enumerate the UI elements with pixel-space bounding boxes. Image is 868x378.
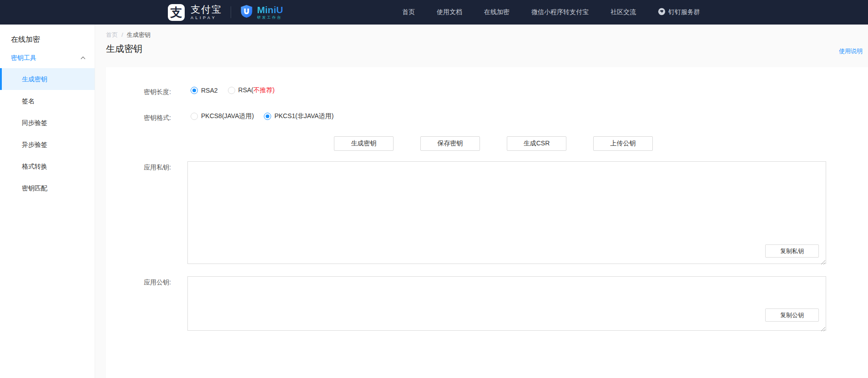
public-key-textarea[interactable]: [187, 276, 826, 331]
chevron-up-icon: [81, 57, 86, 61]
alipay-logo-icon: 支: [168, 4, 185, 21]
radio-label: RSA2: [201, 87, 218, 94]
private-key-textarea[interactable]: [187, 161, 826, 264]
copy-private-key-button[interactable]: 复制私钥: [765, 244, 819, 258]
generate-key-button[interactable]: 生成密钥: [334, 136, 394, 151]
radio-label: RSA(不推荐): [238, 86, 275, 94]
key-format-label: 密钥格式:: [144, 114, 171, 122]
sidebar-item-format-convert[interactable]: 格式转换: [0, 155, 95, 177]
radio-label: PKCS1(非JAVA适用): [274, 112, 333, 120]
brand-divider: [231, 6, 231, 18]
top-nav: 首页 使用文档 在线加密 微信小程序转支付宝 社区交流 钉钉服务群: [402, 8, 700, 17]
resize-grip-icon[interactable]: [820, 325, 825, 330]
nav-item-dingtalk-group[interactable]: 钉钉服务群: [658, 8, 700, 17]
breadcrumb-separator: /: [121, 31, 123, 38]
miniu-shield-icon: [240, 4, 253, 20]
radio-unselected-icon: [228, 87, 235, 94]
radio-label: PKCS8(JAVA适用): [201, 112, 254, 120]
resize-grip-icon[interactable]: [820, 258, 825, 263]
breadcrumb-current: 生成密钥: [127, 31, 151, 38]
form-card: 密钥长度: RSA2 RSA(不推荐) 密钥格式: PKCS8(JAVA适用) …: [106, 67, 868, 378]
public-key-field: 复制公钥: [187, 276, 826, 331]
breadcrumb-home[interactable]: 首页: [106, 31, 118, 38]
nav-item-docs[interactable]: 使用文档: [437, 8, 462, 16]
top-bar: 支 支付宝 ALIPAY MiniU 研: [0, 0, 868, 25]
sidebar-item-generate-key[interactable]: 生成密钥: [0, 68, 95, 90]
sidebar-group-key-tools[interactable]: 密钥工具: [0, 48, 95, 68]
radio-selected-icon: [191, 87, 198, 94]
generate-csr-button[interactable]: 生成CSR: [507, 136, 566, 151]
sidebar-item-sync-verify[interactable]: 同步验签: [0, 112, 95, 134]
page-title: 生成密钥: [106, 43, 142, 55]
action-button-row: 生成密钥 保存密钥 生成CSR 上传公钥: [334, 136, 653, 151]
not-recommended-warning: 不推荐): [253, 86, 275, 94]
key-format-radio-group: PKCS8(JAVA适用) PKCS1(非JAVA适用): [191, 112, 333, 120]
breadcrumb: 首页/生成密钥: [106, 31, 151, 39]
radio-unselected-icon: [191, 113, 198, 120]
brand-logos: 支 支付宝 ALIPAY MiniU 研: [168, 4, 283, 21]
miniu-brand-name: MiniU: [257, 5, 283, 15]
sidebar-item-key-match[interactable]: 密钥匹配: [0, 177, 95, 199]
sidebar: 在线加密 密钥工具 生成密钥 签名 同步验签 异步验签 格式转换 密钥匹配: [0, 25, 95, 378]
alipay-brand-name: 支付宝: [191, 5, 222, 14]
private-key-field: 复制私钥: [187, 161, 826, 264]
usage-help-link[interactable]: 使用说明: [839, 47, 863, 55]
sidebar-title: 在线加密: [0, 31, 95, 48]
main-area: 首页/生成密钥 生成密钥 使用说明 密钥长度: RSA2 RSA(不推荐) 密钥…: [96, 25, 868, 378]
private-key-label: 应用私钥:: [144, 164, 171, 172]
miniu-brand-sub: 研发工作台: [257, 16, 283, 20]
nav-item-home[interactable]: 首页: [402, 8, 415, 16]
radio-pkcs1[interactable]: PKCS1(非JAVA适用): [264, 112, 333, 120]
nav-item-label: 钉钉服务群: [668, 8, 700, 16]
public-key-label: 应用公钥:: [144, 279, 171, 287]
save-key-button[interactable]: 保存密钥: [420, 136, 480, 151]
radio-selected-icon: [264, 113, 271, 120]
upload-public-key-button[interactable]: 上传公钥: [593, 136, 653, 151]
dingtalk-icon: [658, 8, 666, 17]
radio-rsa2[interactable]: RSA2: [191, 87, 218, 94]
nav-item-community[interactable]: 社区交流: [611, 8, 636, 16]
copy-public-key-button[interactable]: 复制公钥: [765, 308, 819, 322]
radio-rsa[interactable]: RSA(不推荐): [228, 86, 275, 94]
sidebar-group-label: 密钥工具: [11, 54, 36, 62]
sidebar-item-async-verify[interactable]: 异步验签: [0, 134, 95, 155]
sidebar-item-sign[interactable]: 签名: [0, 90, 95, 112]
nav-item-wechat-to-alipay[interactable]: 微信小程序转支付宝: [531, 8, 589, 16]
key-length-radio-group: RSA2 RSA(不推荐): [191, 86, 275, 94]
key-length-label: 密钥长度:: [144, 88, 171, 96]
nav-item-encrypt[interactable]: 在线加密: [484, 8, 510, 16]
radio-pkcs8[interactable]: PKCS8(JAVA适用): [191, 112, 254, 120]
alipay-brand-sub: ALIPAY: [191, 16, 222, 20]
